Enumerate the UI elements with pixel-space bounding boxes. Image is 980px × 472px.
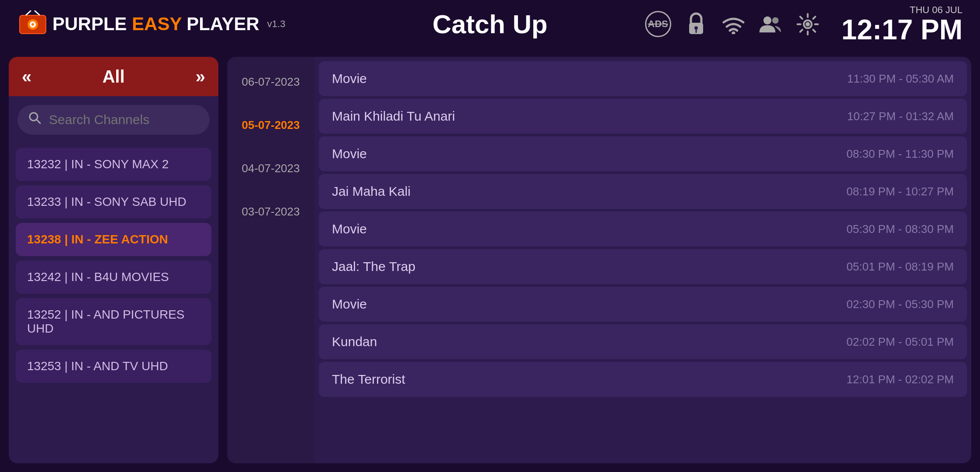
program-time: 11:30 PM - 05:30 AM xyxy=(847,72,954,86)
programs-panel: Movie11:30 PM - 05:30 AMMain Khiladi Tu … xyxy=(314,57,971,463)
header: PURPLE EASY PLAYER v1.3 Catch Up ADS xyxy=(0,0,980,48)
svg-point-13 xyxy=(805,22,810,26)
program-item[interactable]: Main Khiladi Tu Anari10:27 PM - 01:32 AM xyxy=(319,99,967,134)
svg-point-9 xyxy=(732,31,735,34)
channel-item[interactable]: 13252 | IN - AND PICTURES UHD xyxy=(16,298,211,345)
channel-item[interactable]: 13253 | IN - AND TV UHD xyxy=(16,350,211,383)
lock-icon[interactable] xyxy=(684,12,708,36)
wifi-icon xyxy=(721,12,745,36)
program-item[interactable]: Jaal: The Trap05:01 PM - 08:19 PM xyxy=(319,249,967,284)
search-input[interactable] xyxy=(49,112,215,127)
program-name: The Terrorist xyxy=(332,372,405,387)
program-item[interactable]: Movie02:30 PM - 05:30 PM xyxy=(319,287,967,322)
program-name: Jai Maha Kali xyxy=(332,184,411,199)
svg-point-3 xyxy=(31,23,34,26)
program-name: Movie xyxy=(332,146,367,161)
channel-item[interactable]: 13238 | IN - ZEE ACTION xyxy=(16,223,211,256)
logo-area: PURPLE EASY PLAYER v1.3 xyxy=(17,9,285,39)
program-time: 08:30 PM - 11:30 PM xyxy=(846,147,954,161)
program-item[interactable]: Jai Maha Kali08:19 PM - 10:27 PM xyxy=(319,174,967,209)
program-item[interactable]: Movie11:30 PM - 05:30 AM xyxy=(319,61,967,96)
program-time: 05:30 PM - 08:30 PM xyxy=(846,222,954,236)
program-item[interactable]: The Terrorist12:01 PM - 02:02 PM xyxy=(319,362,967,397)
program-time: 02:30 PM - 05:30 PM xyxy=(846,298,954,311)
program-name: Movie xyxy=(332,222,367,236)
program-name: Movie xyxy=(332,71,367,86)
program-item[interactable]: Kundan02:02 PM - 05:01 PM xyxy=(319,324,967,359)
sidebar: « All » ✕ 13232 | IN - SONY MAX 213233 |… xyxy=(9,57,218,463)
program-item[interactable]: Movie08:30 PM - 11:30 PM xyxy=(319,136,967,171)
date-item[interactable]: 04-07-2023 xyxy=(231,149,311,187)
program-time: 05:01 PM - 08:19 PM xyxy=(846,260,954,274)
program-time: 02:02 PM - 05:01 PM xyxy=(846,335,954,349)
svg-line-5 xyxy=(35,11,39,15)
search-bar: ✕ xyxy=(17,105,210,135)
channel-item[interactable]: 13242 | IN - B4U MOVIES xyxy=(16,260,211,294)
sidebar-header: « All » xyxy=(9,57,218,96)
program-time: 10:27 PM - 01:32 AM xyxy=(847,110,954,123)
program-name: Jaal: The Trap xyxy=(332,259,415,274)
right-panel: 06-07-202305-07-202304-07-202303-07-2023… xyxy=(227,57,971,463)
program-name: Main Khiladi Tu Anari xyxy=(332,109,455,124)
ads-icon[interactable]: ADS xyxy=(645,11,671,37)
prev-arrow[interactable]: « xyxy=(22,67,31,87)
program-item[interactable]: Movie05:30 PM - 08:30 PM xyxy=(319,212,967,246)
dates-panel: 06-07-202305-07-202304-07-202303-07-2023 xyxy=(227,57,314,463)
sidebar-title: All xyxy=(102,67,124,87)
header-icons: ADS xyxy=(645,4,963,44)
date-item[interactable]: 06-07-2023 xyxy=(231,63,311,101)
program-name: Kundan xyxy=(332,334,377,349)
logo-icon xyxy=(17,9,48,39)
channel-item[interactable]: 13233 | IN - SONY SAB UHD xyxy=(16,185,211,219)
channel-item[interactable]: 13232 | IN - SONY MAX 2 xyxy=(16,148,211,181)
date-item[interactable]: 03-07-2023 xyxy=(231,193,311,231)
users-icon[interactable] xyxy=(759,12,783,36)
svg-point-11 xyxy=(772,17,779,24)
search-icon xyxy=(28,111,42,128)
main-content: « All » ✕ 13232 | IN - SONY MAX 213233 |… xyxy=(0,48,980,472)
next-arrow[interactable]: » xyxy=(196,67,205,87)
svg-line-4 xyxy=(26,11,31,15)
time-label: 12:17 PM xyxy=(842,16,963,44)
program-time: 08:19 PM - 10:27 PM xyxy=(846,185,954,198)
svg-point-10 xyxy=(763,17,771,24)
version-badge: v1.3 xyxy=(267,18,286,30)
logo-text: PURPLE EASY PLAYER xyxy=(52,14,259,35)
settings-icon[interactable] xyxy=(796,12,820,36)
channel-list: 13232 | IN - SONY MAX 213233 | IN - SONY… xyxy=(9,143,218,463)
svg-line-15 xyxy=(36,119,40,123)
datetime-area: THU 06 JUL 12:17 PM xyxy=(842,4,963,44)
program-name: Movie xyxy=(332,297,367,312)
date-item[interactable]: 05-07-2023 xyxy=(231,106,311,144)
program-time: 12:01 PM - 02:02 PM xyxy=(846,373,954,386)
page-title: Catch Up xyxy=(432,9,547,39)
